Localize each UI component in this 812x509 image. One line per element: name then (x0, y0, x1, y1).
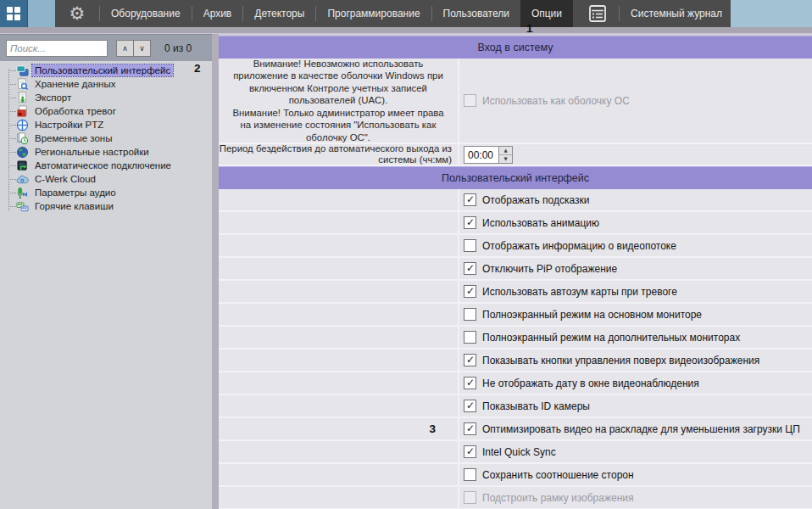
checkbox[interactable]: ✓ (464, 377, 476, 389)
alarm-icon (16, 105, 29, 118)
option-row-animation: ✓ Использовать анимацию (219, 212, 812, 235)
callout-3: 3 (429, 422, 436, 435)
tree-item-regional-settings[interactable]: Региональные настройки (0, 145, 212, 159)
option-label: Использовать автозум карты при тревоге (482, 286, 677, 298)
option-label: Подстроить рамку изображения (482, 492, 633, 504)
auto-connection-icon (16, 159, 29, 172)
tab-users[interactable]: Пользователи (432, 0, 520, 27)
system-journal-button[interactable] (585, 3, 610, 25)
tab-archive[interactable]: Архив (192, 0, 243, 27)
time-zones-icon (16, 132, 29, 145)
option-label: Использовать анимацию (482, 217, 599, 229)
option-row-hide-date: ✓ Не отображать дату в окне видеонаблюде… (219, 372, 812, 395)
tree-item-cwerk-cloud[interactable]: C-Werk Cloud (0, 172, 212, 186)
tree-item-auto-connection[interactable]: Автоматическое подключение (0, 159, 212, 172)
tree-item-label: Горячие клавиши (32, 200, 116, 212)
search-next-button[interactable]: ∨ (133, 40, 151, 57)
checkbox[interactable]: ✓ (464, 422, 476, 435)
gear-icon: ⚙ (70, 3, 86, 24)
checkbox[interactable]: ✓ (464, 193, 476, 206)
tree-item-storage[interactable]: Хранение данных (0, 77, 212, 91)
tab-detectors[interactable]: Детекторы (243, 0, 315, 27)
tree-item-label: Обработка тревог (32, 105, 119, 117)
shell-warning-row: Внимание! Невозможно использовать прилож… (219, 59, 812, 144)
spinner-up-button[interactable]: ▲ (499, 147, 512, 155)
option-label: Показывать ID камеры (482, 400, 590, 412)
toolbar-strip (0, 27, 812, 34)
checkbox[interactable]: ✓ (464, 216, 476, 229)
apps-grid-button[interactable] (0, 0, 27, 27)
settings-gear-button[interactable]: ⚙ (55, 0, 99, 27)
checkbox[interactable]: ✓ (464, 445, 476, 458)
search-prev-button[interactable]: ∧ (116, 40, 134, 57)
checkbox[interactable]: ✓ (464, 354, 476, 366)
callout-1: 1 (526, 22, 533, 35)
option-row-aspect-ratio: Сохранить соотношение сторон (219, 464, 812, 487)
triangle-up-icon: ▲ (503, 148, 507, 153)
option-row-fit-frame: Подстроить рамку изображения (219, 487, 812, 509)
triangle-down-icon: ▼ (503, 156, 507, 161)
checkbox[interactable] (464, 239, 476, 252)
idle-period-value[interactable]: 00:00 (464, 147, 498, 163)
tree-item-export[interactable]: Экспорт (0, 91, 212, 104)
option-label: Intel Quick Sync (482, 446, 556, 458)
option-row-camera-id: ✓ Показывать ID камеры (219, 395, 812, 418)
checkmark-icon: ✓ (466, 378, 475, 388)
checkbox[interactable] (464, 468, 476, 481)
tree-item-audio-parameters[interactable]: Параметры аудио (0, 186, 212, 199)
tree-item-label: Автоматическое подключение (32, 159, 174, 171)
topbar-corner-background (731, 0, 812, 29)
tree-item-time-zones[interactable]: Временные зоны (0, 131, 212, 145)
use-as-os-shell-label: Использовать как оболочку ОС (482, 95, 630, 107)
tab-programming[interactable]: Программирование (316, 0, 431, 27)
tree-item-label: Региональные настройки (32, 146, 152, 158)
globe-icon (16, 146, 29, 159)
tree-item-label: Экспорт (32, 92, 74, 103)
layout-tile[interactable] (28, 0, 55, 27)
app-window: ⚙ Оборудование Архив Детекторы Программи… (0, 0, 812, 509)
idle-period-spinner[interactable]: 00:00 ▲ ▼ (464, 146, 513, 164)
tree-item-label: Временные зоны (32, 132, 114, 144)
checkbox[interactable] (464, 308, 476, 321)
settings-sidebar: ∧ ∨ 0 из 0 Пользовательский интерфейс (0, 34, 212, 509)
option-label: Отображать информацию о видеопотоке (482, 240, 676, 252)
tree-item-alarm-processing[interactable]: Обработка тревог (0, 104, 212, 118)
tree-item-label: C-Werk Cloud (32, 173, 98, 185)
option-row-tooltips: ✓ Отображать подсказки (219, 189, 812, 212)
tree-item-ptz-settings[interactable]: Настройки PTZ (0, 118, 212, 131)
tree-item-label: Пользовательский интерфейс (32, 64, 173, 76)
idle-period-label: Период бездействия до автоматического вы… (219, 143, 458, 165)
apps-grid-icon (6, 6, 21, 21)
tab-system-journal[interactable]: Системный журнал (620, 0, 733, 27)
checkmark-icon: ✓ (466, 194, 475, 204)
checkbox[interactable]: ✓ (464, 262, 476, 275)
top-navigation-bar: ⚙ Оборудование Архив Детекторы Программи… (0, 0, 731, 27)
checkbox[interactable]: ✓ (464, 400, 476, 412)
audio-icon (16, 187, 29, 199)
section-header-user-interface: Пользовательский интерфейс (219, 166, 812, 189)
spinner-down-button[interactable]: ▼ (499, 155, 512, 163)
checkmark-icon: ✓ (466, 286, 475, 296)
search-result-counter: 0 из 0 (164, 42, 192, 54)
tree-item-hotkeys[interactable]: Горячие клавиши (0, 199, 212, 213)
option-label: Сохранить соотношение сторон (482, 469, 634, 481)
option-row-optimize-video: 3 ✓ Оптимизировать видео на раскладке дл… (219, 418, 812, 441)
search-input[interactable] (6, 40, 108, 57)
option-label: Полноэкранный режим на дополнительных мо… (482, 332, 740, 344)
hotkeys-icon (16, 200, 29, 213)
option-row-overlay-controls: ✓ Показывать кнопки управления поверх ви… (219, 350, 812, 372)
uac-warning-text: Внимание! Невозможно использовать прилож… (219, 58, 458, 143)
checkbox[interactable] (464, 331, 476, 344)
tree-item-user-interface[interactable]: Пользовательский интерфейс (0, 64, 212, 77)
use-as-os-shell-checkbox (464, 94, 476, 107)
tab-equipment[interactable]: Оборудование (100, 0, 192, 27)
option-row-fullscreen-additional: Полноэкранный режим на дополнительных мо… (219, 327, 812, 350)
idle-period-row: Период бездействия до автоматического вы… (219, 144, 812, 166)
checkmark-icon: ✓ (466, 217, 475, 227)
checkbox[interactable]: ✓ (464, 285, 476, 298)
checkbox (464, 491, 476, 504)
option-label: Показывать кнопки управления поверх виде… (482, 355, 759, 366)
options-panel: Вход в систему Внимание! Невозможно испо… (219, 34, 812, 509)
ptz-icon (16, 119, 29, 131)
journal-icon (588, 4, 607, 23)
